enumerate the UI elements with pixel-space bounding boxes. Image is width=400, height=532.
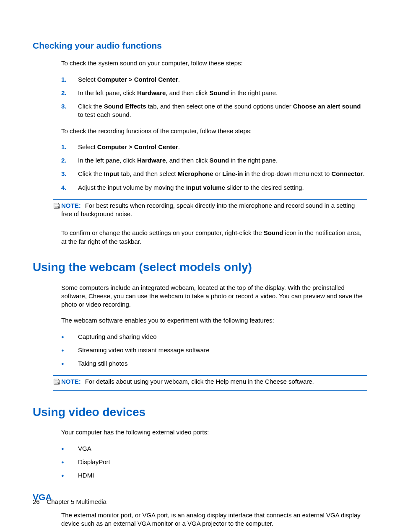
list-item: 1. Select Computer > Control Center. — [61, 75, 367, 84]
note-content: NOTE:For best results when recording, sp… — [61, 201, 367, 219]
list-text: In the left pane, click Hardware, and th… — [78, 156, 367, 165]
list-text: In the left pane, click Hardware, and th… — [78, 89, 367, 97]
bullet-icon: ● — [61, 334, 78, 340]
paragraph: Some computers include an integrated web… — [61, 284, 367, 309]
bullet-list-video-ports: ● VGA ● DisplayPort ● HDMI — [61, 444, 367, 480]
list-number: 1. — [61, 143, 78, 151]
paragraph: Your computer has the following external… — [61, 428, 367, 436]
note-label: NOTE: — [61, 202, 81, 209]
bullet-icon: ● — [61, 473, 78, 479]
bullet-list-webcam-features: ● Capturing and sharing video ● Streamin… — [61, 333, 367, 368]
page-footer: 26 Chapter 5 Multimedia — [33, 498, 106, 506]
list-item: 4. Adjust the input volume by moving the… — [61, 183, 367, 192]
list-number: 4. — [61, 183, 78, 192]
chapter-label: Chapter 5 Multimedia — [47, 498, 106, 505]
list-text: Click the Sound Effects tab, and then se… — [78, 102, 367, 119]
heading-video-devices: Using video devices — [33, 404, 367, 420]
list-text: HDMI — [78, 471, 367, 480]
list-item: ● Streaming video with instant message s… — [61, 346, 367, 354]
list-text: Streaming video with instant message sof… — [78, 346, 367, 354]
paragraph: The external monitor port, or VGA port, … — [61, 511, 367, 528]
note-icon — [53, 201, 61, 219]
list-item: 2. In the left pane, click Hardware, and… — [61, 89, 367, 97]
list-text: Select Computer > Control Center. — [78, 75, 367, 84]
paragraph: To check the system sound on your comput… — [61, 59, 367, 67]
list-text: Click the Input tab, and then select Mic… — [78, 170, 367, 178]
ordered-list-check-sound: 1. Select Computer > Control Center. 2. … — [61, 75, 367, 119]
ordered-list-check-recording: 1. Select Computer > Control Center. 2. … — [61, 143, 367, 192]
list-number: 1. — [61, 75, 78, 84]
list-item: 3. Click the Input tab, and then select … — [61, 170, 367, 178]
heading-audio-functions: Checking your audio functions — [33, 40, 367, 52]
list-text: VGA — [78, 444, 367, 453]
list-number: 3. — [61, 170, 78, 178]
note-callout: NOTE:For best results when recording, sp… — [53, 199, 367, 222]
list-text: Taking still photos — [78, 359, 367, 368]
list-item: ● DisplayPort — [61, 458, 367, 466]
list-item: 3. Click the Sound Effects tab, and then… — [61, 102, 367, 119]
bullet-icon: ● — [61, 361, 78, 367]
bullet-icon: ● — [61, 459, 78, 465]
note-content: NOTE:For details about using your webcam… — [61, 377, 367, 387]
list-item: ● Taking still photos — [61, 359, 367, 368]
list-number: 2. — [61, 89, 78, 97]
list-item: ● HDMI — [61, 471, 367, 480]
list-text: Select Computer > Control Center. — [78, 143, 367, 151]
list-text: DisplayPort — [78, 458, 367, 466]
paragraph: To check the recording functions of the … — [61, 127, 367, 135]
list-number: 2. — [61, 156, 78, 165]
bullet-icon: ● — [61, 446, 78, 452]
list-number: 3. — [61, 102, 78, 119]
heading-webcam: Using the webcam (select models only) — [33, 259, 367, 275]
list-item: 1. Select Computer > Control Center. — [61, 143, 367, 151]
paragraph: To confirm or change the audio settings … — [61, 229, 367, 246]
list-item: 2. In the left pane, click Hardware, and… — [61, 156, 367, 165]
list-item: ● Capturing and sharing video — [61, 333, 367, 341]
paragraph: The webcam software enables you to exper… — [61, 316, 367, 325]
note-label: NOTE: — [61, 378, 81, 385]
page-number: 26 — [33, 498, 40, 505]
bullet-icon: ● — [61, 347, 78, 354]
note-callout: NOTE:For details about using your webcam… — [53, 375, 367, 390]
note-icon — [53, 377, 61, 387]
list-text: Capturing and sharing video — [78, 333, 367, 341]
list-item: ● VGA — [61, 444, 367, 453]
list-text: Adjust the input volume by moving the In… — [78, 183, 367, 192]
